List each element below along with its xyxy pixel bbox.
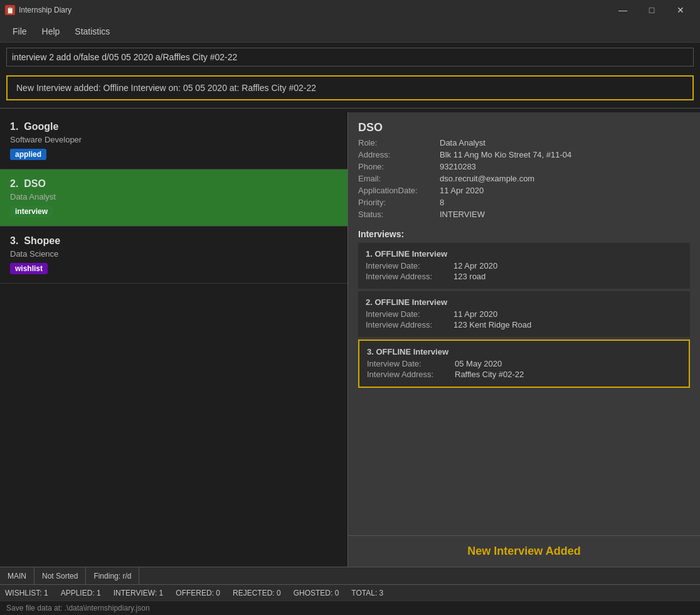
- interview-label: Interview Address:: [366, 320, 453, 329]
- right-panel: DSO Role: Data Analyst Address: Blk 11 A…: [348, 112, 700, 567]
- interview-date: 12 Apr 2020: [453, 261, 497, 270]
- status-total: TOTAL: 3: [351, 589, 383, 597]
- status-offered: OFFERED: 0: [176, 589, 220, 597]
- maximize-button[interactable]: □: [637, 1, 666, 19]
- interview-row: Interview Date: 12 Apr 2020: [366, 261, 682, 270]
- status-bar: WISHLIST: 1 APPLIED: 1 INTERVIEW: 1 OFFE…: [0, 584, 700, 601]
- main-content: 1. Google Software Developer applied 2. …: [0, 112, 700, 567]
- detail-label: Status:: [358, 210, 440, 219]
- detail-fields: Role: Data Analyst Address: Blk 11 Ang M…: [348, 138, 700, 227]
- status-badge: interview: [10, 206, 53, 217]
- menu-statistics[interactable]: Statistics: [67, 23, 117, 40]
- detail-row: Address: Blk 11 Ang Mo Kio Street 74, #1…: [358, 150, 690, 159]
- list-item-title: 1. Google: [10, 121, 337, 132]
- detail-row: Phone: 93210283: [358, 162, 690, 171]
- detail-value: Data Analyst: [440, 138, 485, 147]
- tab-main[interactable]: MAIN: [0, 567, 34, 584]
- detail-value: 8: [440, 198, 444, 207]
- command-bar: [0, 43, 700, 72]
- minimize-button[interactable]: —: [608, 1, 637, 19]
- status-badge: wishlist: [10, 263, 48, 274]
- menu-help[interactable]: Help: [34, 23, 68, 40]
- save-path-text: Save file data at: .\data\internshipdiar…: [6, 604, 150, 612]
- interview-row: Interview Address: 123 road: [366, 272, 682, 281]
- interview-label: Interview Date:: [367, 359, 455, 368]
- bottom-tabs: MAIN Not Sorted Finding: r/d: [0, 567, 700, 584]
- list-item-role: Software Developer: [10, 135, 337, 144]
- interview-card-title: 2. OFFLINE Interview: [366, 297, 682, 307]
- list-item-role: Data Analyst: [10, 192, 337, 201]
- detail-label: Role:: [358, 138, 440, 147]
- status-message-box: New Interview added: Offline Interview o…: [6, 75, 694, 100]
- status-badge: applied: [10, 149, 46, 160]
- status-ghosted: GHOSTED: 0: [294, 589, 339, 597]
- list-item[interactable]: 1. Google Software Developer applied: [0, 112, 347, 169]
- list-item-title: 2. DSO: [10, 178, 337, 190]
- command-input[interactable]: [6, 48, 694, 67]
- interviews-section: Interviews: 1. OFFLINE Interview Intervi…: [348, 227, 700, 394]
- status-message-text: New Interview added: Offline Interview o…: [16, 83, 316, 93]
- tab-finding[interactable]: Finding: r/d: [86, 567, 139, 584]
- list-item[interactable]: 2. DSO Data Analyst interview: [0, 169, 347, 227]
- interview-label: Interview Date:: [366, 261, 453, 270]
- menu-bar: File Help Statistics: [0, 20, 700, 43]
- status-interview: INTERVIEW: 1: [114, 589, 164, 597]
- detail-label: Priority:: [358, 198, 440, 207]
- close-button[interactable]: ✕: [666, 1, 695, 19]
- status-wishlist: WISHLIST: 1: [5, 589, 48, 597]
- interview-label: Interview Date:: [366, 309, 453, 319]
- detail-value: dso.recruit@example.com: [440, 174, 534, 183]
- detail-label: ApplicationDate:: [358, 186, 440, 195]
- divider: [0, 108, 700, 109]
- detail-value: INTERVIEW: [440, 210, 485, 219]
- save-bar: Save file data at: .\data\internshipdiar…: [0, 601, 700, 615]
- detail-row: ApplicationDate: 11 Apr 2020: [358, 186, 690, 195]
- detail-row: Role: Data Analyst: [358, 138, 690, 147]
- interview-address: 123 road: [453, 272, 485, 281]
- detail-value: Blk 11 Ang Mo Kio Street 74, #11-04: [440, 150, 571, 159]
- detail-company-name: DSO: [348, 112, 700, 138]
- list-item-role: Data Science: [10, 249, 337, 259]
- detail-label: Email:: [358, 174, 440, 183]
- interview-card: 1. OFFLINE Interview Interview Date: 12 …: [358, 243, 690, 289]
- interview-card: 2. OFFLINE Interview Interview Date: 11 …: [358, 291, 690, 337]
- new-interview-banner: New Interview Added: [348, 535, 700, 567]
- interview-address: Raffles City #02-22: [455, 370, 524, 379]
- interviews-title: Interviews:: [358, 229, 690, 239]
- interview-address: 123 Kent Ridge Road: [453, 320, 531, 329]
- app-icon: 📋: [5, 5, 15, 15]
- status-applied: APPLIED: 1: [61, 589, 101, 597]
- title-bar: 📋 Internship Diary — □ ✕: [0, 0, 700, 20]
- interview-row: Interview Address: 123 Kent Ridge Road: [366, 320, 682, 329]
- interview-row: Interview Date: 05 May 2020: [367, 359, 681, 368]
- detail-row: Status: INTERVIEW: [358, 210, 690, 219]
- interview-date: 11 Apr 2020: [453, 309, 497, 319]
- interview-row: Interview Address: Raffles City #02-22: [367, 370, 681, 379]
- tab-not-sorted[interactable]: Not Sorted: [34, 567, 86, 584]
- interview-label: Interview Address:: [366, 272, 453, 281]
- list-item[interactable]: 3. Shopee Data Science wishlist: [0, 227, 347, 284]
- interview-row: Interview Date: 11 Apr 2020: [366, 309, 682, 319]
- menu-file[interactable]: File: [5, 23, 34, 40]
- detail-label: Address:: [358, 150, 440, 159]
- interview-card-highlighted: 3. OFFLINE Interview Interview Date: 05 …: [358, 340, 690, 388]
- app-title: Internship Diary: [19, 6, 72, 14]
- detail-value: 93210283: [440, 162, 476, 171]
- detail-label: Phone:: [358, 162, 440, 171]
- detail-value: 11 Apr 2020: [440, 186, 484, 195]
- list-item-title: 3. Shopee: [10, 235, 337, 247]
- status-rejected: REJECTED: 0: [233, 589, 281, 597]
- interview-card-title: 3. OFFLINE Interview: [367, 347, 681, 356]
- interview-date: 05 May 2020: [455, 359, 502, 368]
- left-panel: 1. Google Software Developer applied 2. …: [0, 112, 348, 567]
- detail-row: Priority: 8: [358, 198, 690, 207]
- interview-card-title: 1. OFFLINE Interview: [366, 249, 682, 259]
- window-controls: — □ ✕: [608, 1, 695, 19]
- interview-label: Interview Address:: [367, 370, 455, 379]
- detail-row: Email: dso.recruit@example.com: [358, 174, 690, 183]
